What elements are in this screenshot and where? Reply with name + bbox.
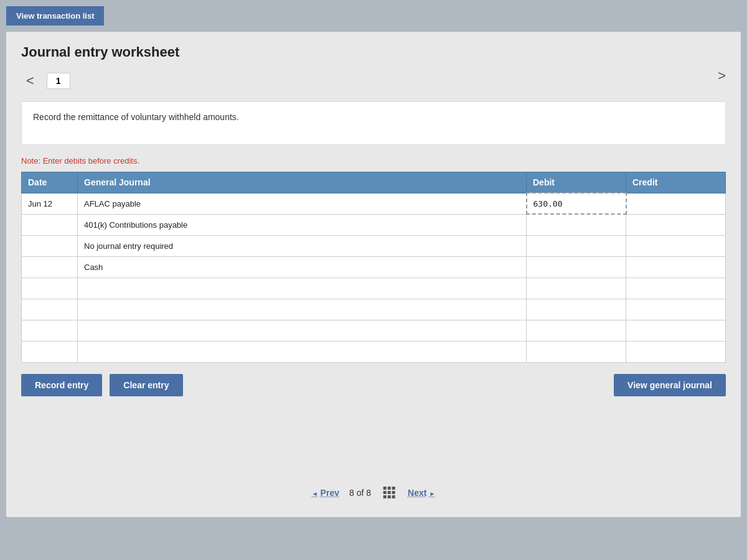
instruction-box: Record the remittance of voluntary withh…	[21, 101, 726, 145]
cell-date-6	[22, 320, 78, 341]
cell-debit-7[interactable]	[527, 341, 626, 362]
table-row	[22, 299, 726, 320]
table-row: Cash	[22, 256, 726, 278]
cell-credit-2[interactable]	[626, 235, 726, 256]
cell-date-3	[22, 256, 78, 278]
page-title: Journal entry worksheet	[21, 44, 726, 60]
record-entry-button[interactable]: Record entry	[21, 374, 102, 396]
cell-debit-4[interactable]	[527, 278, 626, 299]
next-arrow-icon	[429, 488, 435, 498]
buttons-row: Record entry Clear entry View general jo…	[21, 374, 726, 396]
cell-journal-3[interactable]: Cash	[78, 256, 527, 278]
cell-debit-2[interactable]	[527, 235, 626, 256]
table-row: No journal entry required	[22, 235, 726, 256]
cell-date-1	[22, 214, 78, 235]
journal-table: Date General Journal Debit Credit Jun 12…	[21, 172, 726, 363]
cell-date-5	[22, 299, 78, 320]
prev-nav-arrow[interactable]: <	[21, 70, 39, 91]
cell-debit-3[interactable]	[527, 256, 626, 278]
table-row: Jun 12AFLAC payable630.00	[22, 193, 726, 214]
cell-journal-2[interactable]: No journal entry required	[78, 235, 527, 256]
grid-icon[interactable]	[383, 487, 395, 498]
cell-credit-7[interactable]	[626, 341, 726, 362]
current-page: 8	[349, 488, 354, 498]
next-label: Next	[408, 488, 426, 498]
bottom-nav: Prev 8 of 8 Next	[312, 487, 436, 498]
cell-journal-1[interactable]: 401(k) Contributions payable	[78, 214, 527, 235]
header-date: Date	[22, 172, 78, 194]
prev-label: Prev	[321, 488, 339, 498]
header-debit: Debit	[527, 172, 626, 194]
header-general-journal: General Journal	[78, 172, 527, 194]
cell-date-4	[22, 278, 78, 299]
cell-journal-0[interactable]: AFLAC payable	[78, 193, 527, 214]
cell-journal-6[interactable]	[78, 320, 527, 341]
nav-row: < 1	[21, 70, 726, 91]
cell-debit-5[interactable]	[527, 299, 626, 320]
cell-credit-4[interactable]	[626, 278, 726, 299]
cell-date-7	[22, 341, 78, 362]
instruction-text: Record the remittance of voluntary withh…	[33, 112, 239, 122]
table-row	[22, 320, 726, 341]
cell-debit-0[interactable]: 630.00	[527, 193, 626, 214]
table-row	[22, 278, 726, 299]
page-info: 8 of 8	[349, 488, 371, 498]
of-label: of	[357, 488, 367, 498]
cell-credit-0[interactable]	[626, 193, 726, 214]
cell-credit-5[interactable]	[626, 299, 726, 320]
total-pages: 8	[366, 488, 371, 498]
cell-journal-7[interactable]	[78, 341, 527, 362]
prev-page-button[interactable]: Prev	[312, 488, 339, 498]
note-text: Note: Enter debits before credits.	[21, 156, 726, 166]
cell-date-0: Jun 12	[22, 193, 78, 214]
cell-credit-6[interactable]	[626, 320, 726, 341]
view-general-journal-button[interactable]: View general journal	[614, 374, 726, 396]
view-transaction-label: View transaction list	[16, 11, 94, 21]
cell-debit-6[interactable]	[527, 320, 626, 341]
cell-credit-1[interactable]	[626, 214, 726, 235]
table-row	[22, 341, 726, 362]
next-page-button[interactable]: Next	[408, 488, 435, 498]
prev-arrow-icon	[312, 488, 318, 498]
main-container: Journal entry worksheet < 1 > Record the…	[6, 32, 741, 517]
cell-journal-5[interactable]	[78, 299, 527, 320]
header-credit: Credit	[626, 172, 726, 194]
next-nav-arrow[interactable]: >	[718, 68, 726, 84]
cell-credit-3[interactable]	[626, 256, 726, 278]
table-row: 401(k) Contributions payable	[22, 214, 726, 235]
clear-entry-button[interactable]: Clear entry	[110, 374, 182, 396]
cell-journal-4[interactable]	[78, 278, 527, 299]
cell-date-2	[22, 235, 78, 256]
cell-debit-1[interactable]	[527, 214, 626, 235]
current-page-number: 1	[47, 73, 70, 89]
view-transaction-bar[interactable]: View transaction list	[6, 6, 104, 26]
